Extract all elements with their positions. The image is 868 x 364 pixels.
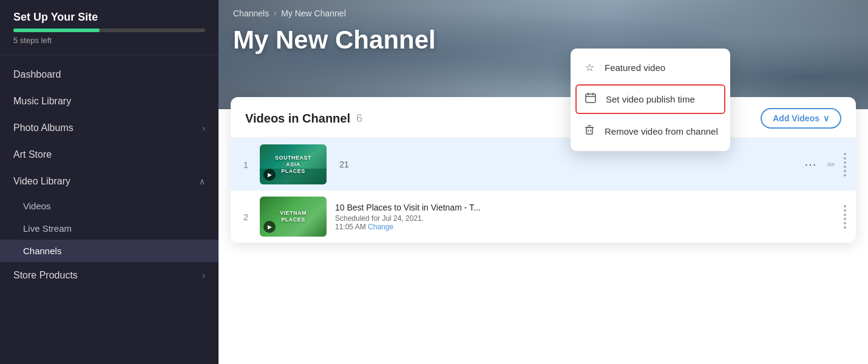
sidebar-item-live-stream[interactable]: Live Stream bbox=[0, 217, 219, 240]
video-row-actions: ⋯ ✏ bbox=[802, 153, 846, 177]
sidebar-item-videos[interactable]: Videos bbox=[0, 195, 219, 217]
sidebar-item-video-library[interactable]: Video Library ∧ bbox=[0, 168, 219, 195]
menu-item-remove-video[interactable]: Remove video from channel bbox=[571, 116, 730, 146]
sidebar-item-channels[interactable]: Channels bbox=[0, 240, 219, 262]
menu-item-label: Set video publish time bbox=[606, 94, 695, 104]
menu-item-set-publish-time[interactable]: Set video publish time bbox=[575, 84, 725, 114]
steps-left: 5 steps left bbox=[13, 36, 205, 45]
videos-count: 6 bbox=[356, 112, 362, 125]
breadcrumb-separator: › bbox=[274, 9, 276, 18]
videos-title-text: Videos in Channel bbox=[245, 112, 350, 126]
videos-panel: Videos in Channel 6 Add Videos ∨ 1 SOUTH… bbox=[231, 97, 856, 243]
breadcrumb: Channels › My New Channel bbox=[219, 0, 868, 21]
chevron-right-icon: › bbox=[202, 123, 205, 133]
edit-icon[interactable]: ✏ bbox=[825, 157, 838, 173]
breadcrumb-current: My New Channel bbox=[281, 8, 346, 18]
svg-rect-0 bbox=[586, 94, 595, 103]
schedule-time: 11:05 AM bbox=[335, 223, 366, 231]
add-videos-button[interactable]: Add Videos ∨ bbox=[761, 108, 841, 129]
table-row: 1 SOUTHEAST ASIA PLACES ▶ 21 ⋯ ✏ bbox=[231, 138, 856, 190]
trash-icon bbox=[583, 124, 596, 138]
nav-items: Dashboard Music Library Photo Albums › A… bbox=[0, 55, 219, 364]
setup-title: Set Up Your Site bbox=[13, 11, 205, 24]
video-schedule: Scheduled for Jul 24, 2021. 11:05 AM Cha… bbox=[335, 214, 835, 231]
sub-item-label: Live Stream bbox=[23, 223, 72, 234]
thumb-label: SOUTHEAST ASIA PLACES bbox=[275, 155, 311, 174]
sidebar-item-art-store[interactable]: Art Store bbox=[0, 141, 219, 168]
video-thumbnail: VIETNAM PLACES ▶ bbox=[260, 197, 327, 237]
progress-bar-background bbox=[13, 29, 205, 32]
menu-item-label: Featured video bbox=[605, 62, 665, 73]
change-link[interactable]: Change bbox=[368, 223, 393, 231]
sidebar-item-label: Art Store bbox=[13, 149, 52, 160]
drag-handle-icon[interactable] bbox=[844, 205, 846, 229]
row-number: 1 bbox=[240, 160, 251, 170]
video-row-actions bbox=[844, 205, 846, 229]
more-options-icon[interactable]: ⋯ bbox=[802, 155, 819, 174]
videos-header: Videos in Channel 6 Add Videos ∨ bbox=[231, 97, 856, 138]
sidebar-item-label: Photo Albums bbox=[13, 123, 73, 133]
play-button-icon[interactable]: ▶ bbox=[263, 169, 276, 181]
breadcrumb-parent[interactable]: Channels bbox=[233, 8, 269, 18]
sidebar-item-music-library[interactable]: Music Library bbox=[0, 88, 219, 115]
svg-rect-4 bbox=[586, 127, 592, 134]
sidebar-item-store-products[interactable]: Store Products › bbox=[0, 262, 219, 289]
calendar-icon bbox=[584, 92, 597, 106]
view-count: 21 bbox=[335, 160, 353, 169]
row-number: 2 bbox=[240, 212, 251, 222]
chevron-up-icon: ∧ bbox=[199, 177, 205, 186]
chevron-down-icon: ∨ bbox=[823, 113, 829, 123]
sidebar-item-dashboard[interactable]: Dashboard bbox=[0, 61, 219, 88]
play-button-icon[interactable]: ▶ bbox=[263, 221, 276, 233]
chevron-right-icon: › bbox=[202, 271, 205, 280]
main-content: Channels › My New Channel My New Channel… bbox=[219, 0, 868, 364]
sidebar-item-label: Music Library bbox=[13, 96, 71, 107]
channel-title: My New Channel bbox=[219, 21, 868, 55]
star-icon: ☆ bbox=[583, 61, 596, 74]
video-info: 10 Best Places to Visit in Vietnam - T..… bbox=[335, 203, 835, 231]
drag-handle-icon[interactable] bbox=[844, 153, 846, 177]
progress-bar-fill bbox=[13, 29, 100, 32]
add-videos-label: Add Videos bbox=[773, 113, 819, 123]
sidebar: Set Up Your Site 5 steps left Dashboard … bbox=[0, 0, 219, 364]
setup-section: Set Up Your Site 5 steps left bbox=[0, 0, 219, 55]
sidebar-item-label: Video Library bbox=[13, 176, 70, 187]
sub-item-label: Videos bbox=[23, 201, 51, 211]
sidebar-item-photo-albums[interactable]: Photo Albums › bbox=[0, 115, 219, 141]
sidebar-item-label: Dashboard bbox=[13, 69, 61, 80]
menu-item-label: Remove video from channel bbox=[605, 126, 718, 136]
menu-item-featured-video[interactable]: ☆ Featured video bbox=[571, 53, 730, 82]
thumb-label: VIETNAM PLACES bbox=[280, 210, 307, 223]
video-name: 10 Best Places to Visit in Vietnam - T..… bbox=[335, 203, 835, 212]
videos-section-title: Videos in Channel 6 bbox=[245, 112, 362, 126]
video-thumbnail: SOUTHEAST ASIA PLACES ▶ bbox=[260, 144, 327, 184]
context-menu: ☆ Featured video Set video publish time bbox=[571, 49, 730, 151]
table-row: 2 VIETNAM PLACES ▶ 10 Best Places to Vis… bbox=[231, 190, 856, 243]
schedule-text: Scheduled for Jul 24, 2021. bbox=[335, 214, 424, 223]
sidebar-item-label: Store Products bbox=[13, 270, 78, 281]
sub-item-label: Channels bbox=[23, 246, 61, 256]
